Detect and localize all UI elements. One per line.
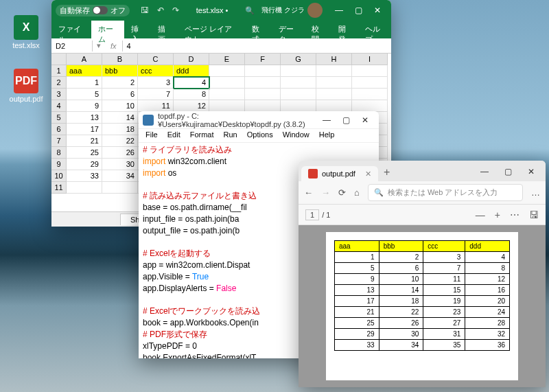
- browser-tab[interactable]: output.pdf ✕: [301, 166, 378, 181]
- col-header[interactable]: I: [352, 54, 388, 65]
- cell[interactable]: 12: [174, 100, 209, 112]
- formula-input[interactable]: 4: [123, 41, 391, 51]
- col-header[interactable]: D: [174, 54, 209, 65]
- cell[interactable]: [316, 89, 352, 100]
- home-button[interactable]: ⌂: [354, 187, 360, 198]
- cell[interactable]: ccc: [138, 65, 174, 77]
- cell[interactable]: [209, 65, 245, 77]
- menu-button[interactable]: …: [531, 187, 540, 198]
- minimize-button[interactable]: —: [473, 162, 496, 181]
- col-header[interactable]: G: [281, 54, 316, 65]
- redo-icon[interactable]: ↷: [172, 5, 179, 15]
- cell[interactable]: 5: [67, 89, 102, 100]
- close-button[interactable]: ✕: [519, 162, 543, 181]
- cell[interactable]: [245, 89, 281, 100]
- cell[interactable]: 17: [67, 124, 102, 135]
- cell[interactable]: [316, 100, 352, 112]
- cell[interactable]: 14: [102, 112, 138, 124]
- cell[interactable]: [281, 65, 316, 77]
- col-header[interactable]: H: [316, 54, 352, 65]
- cell[interactable]: [316, 65, 352, 77]
- col-header[interactable]: B: [102, 54, 138, 65]
- maximize-button[interactable]: ▢: [349, 1, 368, 20]
- zoom-out-button[interactable]: —: [476, 209, 485, 220]
- cell[interactable]: 34: [102, 170, 138, 182]
- cell[interactable]: [352, 77, 388, 89]
- idle-menu-item[interactable]: Format: [186, 129, 218, 142]
- cell[interactable]: [352, 65, 388, 77]
- ribbon-tab[interactable]: 数式: [245, 21, 272, 38]
- refresh-button[interactable]: ⟳: [338, 187, 346, 198]
- cell[interactable]: 9: [67, 100, 102, 112]
- row-header[interactable]: 9: [51, 159, 67, 170]
- desktop-icon-pdf[interactable]: PDF output.pdf: [5, 69, 47, 103]
- col-header[interactable]: E: [209, 54, 245, 65]
- cell[interactable]: [245, 77, 281, 89]
- row-header[interactable]: 3: [51, 89, 67, 100]
- page-input[interactable]: 1: [305, 209, 319, 220]
- idle-titlebar[interactable]: topdf.py - C:¥Users¥kujiramac¥Desktop¥to…: [139, 111, 379, 129]
- cell[interactable]: [316, 77, 352, 89]
- idle-menu-item[interactable]: Help: [315, 129, 339, 142]
- cell[interactable]: 4: [174, 77, 209, 89]
- cell[interactable]: ddd: [174, 65, 209, 77]
- row-header[interactable]: 8: [51, 147, 67, 159]
- ribbon-tab[interactable]: ページ レイアウト: [178, 21, 245, 38]
- desktop-icon-excel[interactable]: X test.xlsx: [5, 15, 47, 49]
- excel-titlebar[interactable]: 自動保存 オフ 🖫 ↶ ↷ test.xlsx • 🔍 飛行機 クジラ — ▢ …: [51, 0, 391, 21]
- new-tab-button[interactable]: +: [378, 163, 395, 181]
- cell[interactable]: [209, 89, 245, 100]
- ribbon-tab[interactable]: データ: [272, 21, 305, 38]
- cell[interactable]: 13: [67, 112, 102, 124]
- ribbon-tab[interactable]: 挿入: [124, 21, 151, 38]
- row-header[interactable]: 10: [51, 170, 67, 182]
- cell[interactable]: [209, 77, 245, 89]
- row-header[interactable]: 1: [51, 65, 67, 77]
- tab-close-icon[interactable]: ✕: [365, 170, 371, 178]
- cell[interactable]: 1: [67, 77, 102, 89]
- cell[interactable]: 7: [138, 89, 174, 100]
- idle-menu-item[interactable]: Window: [279, 129, 314, 142]
- ribbon-tab[interactable]: 校閲: [305, 21, 331, 38]
- search-icon[interactable]: 🔍: [245, 6, 255, 15]
- more-button[interactable]: ⋯: [510, 209, 519, 220]
- idle-menu-item[interactable]: Run: [220, 129, 242, 142]
- row-header[interactable]: 11: [51, 182, 67, 194]
- minimize-button[interactable]: —: [317, 111, 336, 130]
- cell[interactable]: [102, 182, 138, 194]
- cell[interactable]: 30: [102, 159, 138, 170]
- cell[interactable]: 25: [67, 147, 102, 159]
- col-header[interactable]: F: [245, 54, 281, 65]
- cell[interactable]: 26: [102, 147, 138, 159]
- select-all-corner[interactable]: [51, 54, 67, 65]
- cell[interactable]: 11: [138, 100, 174, 112]
- ribbon-tab[interactable]: 開発: [331, 21, 358, 38]
- minimize-button[interactable]: —: [329, 1, 349, 20]
- dropdown-icon[interactable]: ▾: [93, 41, 105, 50]
- cell[interactable]: [245, 100, 281, 112]
- cell[interactable]: bbb: [102, 65, 138, 77]
- cell[interactable]: aaa: [67, 65, 102, 77]
- save-button[interactable]: 🖫: [529, 209, 539, 220]
- ribbon-tab[interactable]: ファイル: [51, 21, 91, 38]
- pdf-viewport[interactable]: aaabbbcccddd1234567891011121314151617181…: [299, 225, 546, 387]
- cell[interactable]: 2: [102, 77, 138, 89]
- forward-button[interactable]: →: [321, 187, 330, 198]
- row-header[interactable]: 5: [51, 112, 67, 124]
- back-button[interactable]: ←: [304, 187, 313, 198]
- user-account[interactable]: 飛行機 クジラ: [261, 3, 323, 18]
- address-bar[interactable]: 🔍 検索または Web アドレスを入力: [368, 184, 523, 201]
- cell[interactable]: 10: [102, 100, 138, 112]
- cell[interactable]: 22: [102, 135, 138, 147]
- maximize-button[interactable]: ▢: [336, 111, 355, 130]
- cell[interactable]: [281, 89, 316, 100]
- undo-icon[interactable]: ↶: [157, 5, 164, 15]
- idle-menu-item[interactable]: Options: [243, 129, 277, 142]
- close-button[interactable]: ✕: [368, 1, 387, 20]
- cell[interactable]: [352, 100, 388, 112]
- col-header[interactable]: A: [67, 54, 102, 65]
- fx-label[interactable]: fx: [105, 41, 123, 51]
- cell[interactable]: [281, 100, 316, 112]
- cell[interactable]: [281, 77, 316, 89]
- ribbon-tab[interactable]: ヘルプ: [358, 21, 391, 38]
